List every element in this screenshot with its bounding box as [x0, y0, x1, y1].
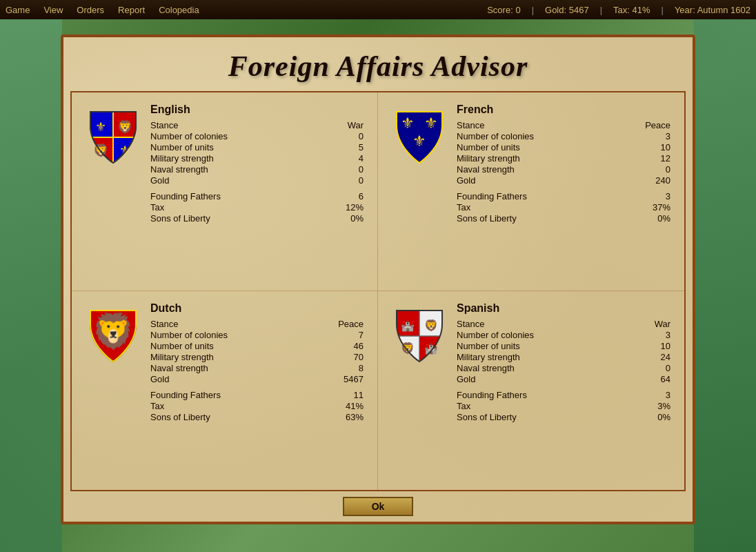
english-stats: Stance War Number of colonies 0 Number o…	[150, 120, 364, 224]
english-fathers-value: 6	[346, 191, 364, 201]
dutch-shield: 🦁	[88, 305, 139, 364]
menu-colopedia[interactable]: Colopedia	[159, 5, 199, 15]
english-colonies-label: Number of colonies	[150, 131, 340, 141]
english-sons-label: Sons of Liberty	[150, 213, 340, 224]
english-naval-label: Naval strength	[150, 164, 340, 175]
svg-text:⚜: ⚜	[119, 144, 130, 157]
spanish-shield: 🏰 🦁 🦁 🏰	[394, 305, 445, 364]
svg-text:🏰: 🏰	[401, 319, 415, 332]
tax-display: Tax: 41%	[613, 5, 650, 15]
menu-items: Game View Orders Report Colopedia	[6, 5, 487, 15]
left-bg-decor	[0, 19, 62, 552]
english-military-label: Military strength	[150, 153, 340, 164]
svg-text:⚜: ⚜	[412, 132, 426, 150]
dutch-shield-container: 🦁	[86, 302, 141, 479]
english-naval-value: 0	[346, 164, 364, 175]
french-stats: Stance Peace Number of colonies 3 Number…	[457, 120, 670, 224]
score-display: Score: 0	[487, 5, 520, 15]
svg-text:🦁: 🦁	[117, 119, 133, 135]
english-colonies-value: 0	[346, 131, 364, 141]
spanish-stats: Stance War Number of colonies 3 Number o…	[457, 319, 670, 422]
french-info: French Stance Peace Number of colonies 3…	[457, 103, 670, 279]
spanish-shield-container: 🏰 🦁 🦁 🏰	[392, 302, 447, 479]
svg-text:🦁: 🦁	[424, 319, 438, 332]
dialog-title: Foreign Affairs Advisor	[63, 37, 693, 91]
english-sons-value: 0%	[346, 213, 364, 224]
english-stance-label: Stance	[150, 120, 340, 130]
french-panel: ⚜ ⚜ ⚜ French Stance Peace Number of colo…	[378, 92, 684, 291]
dutch-name: Dutch	[150, 302, 364, 315]
french-shield-container: ⚜ ⚜ ⚜	[392, 103, 447, 279]
english-shield: ⚜ 🦁 🦁 ⚜	[88, 106, 139, 166]
english-gold-value: 0	[346, 175, 364, 186]
nations-grid: ⚜ 🦁 🦁 ⚜ English Stance War	[70, 91, 686, 491]
spanish-info: Spanish Stance War Number of colonies 3 …	[457, 302, 670, 479]
english-tax-value: 12%	[346, 202, 364, 213]
menu-bar: Game View Orders Report Colopedia Score:…	[0, 0, 756, 19]
gold-display: Gold: 5467	[545, 5, 589, 15]
dutch-info: Dutch Stance Peace Number of colonies 7 …	[150, 302, 364, 479]
menu-status: Score: 0 | Gold: 5467 | Tax: 41% | Year:…	[487, 5, 750, 15]
english-panel: ⚜ 🦁 🦁 ⚜ English Stance War	[72, 92, 378, 291]
spanish-name: Spanish	[457, 302, 670, 315]
right-bg-decor	[694, 19, 756, 552]
english-shield-container: ⚜ 🦁 🦁 ⚜	[86, 103, 141, 279]
english-stance-value: War	[346, 120, 364, 130]
menu-report[interactable]: Report	[118, 5, 145, 15]
svg-text:⚜: ⚜	[401, 115, 415, 132]
svg-text:⚜: ⚜	[95, 120, 106, 134]
dutch-stats: Stance Peace Number of colonies 7 Number…	[150, 319, 364, 422]
french-name: French	[457, 103, 670, 116]
foreign-affairs-dialog: Foreign Affairs Advisor	[61, 34, 695, 524]
menu-orders[interactable]: Orders	[77, 5, 104, 15]
english-info: English Stance War Number of colonies 0 …	[150, 103, 364, 279]
ok-button[interactable]: Ok	[343, 497, 414, 516]
english-units-label: Number of units	[150, 142, 340, 152]
year-display: Year: Autumn 1602	[675, 5, 750, 15]
svg-text:⚜: ⚜	[424, 115, 438, 132]
dialog-footer: Ok	[63, 491, 693, 522]
english-military-value: 4	[346, 153, 364, 164]
english-gold-label: Gold	[150, 175, 340, 186]
french-shield: ⚜ ⚜ ⚜	[394, 106, 445, 166]
english-name: English	[150, 103, 364, 116]
english-tax-label: Tax	[150, 202, 340, 213]
menu-view[interactable]: View	[43, 5, 63, 15]
english-units-value: 5	[346, 142, 364, 152]
english-fathers-label: Founding Fathers	[150, 191, 340, 201]
menu-game[interactable]: Game	[6, 5, 30, 15]
spanish-panel: 🏰 🦁 🦁 🏰 Spanish Stance War Number of col…	[378, 291, 684, 490]
dutch-panel: 🦁 Dutch Stance Peace Number of colonies …	[72, 291, 378, 490]
